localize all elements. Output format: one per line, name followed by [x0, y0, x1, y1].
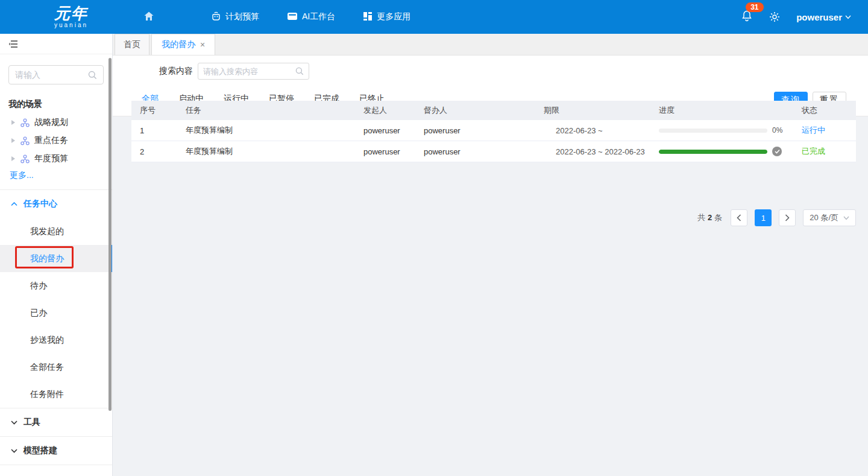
- sidebar-item-all-tasks[interactable]: 全部任务: [0, 354, 112, 381]
- scene-item-label: 年度预算: [34, 153, 68, 164]
- top-nav: 计划预算 AI工作台 更多应用: [143, 11, 410, 24]
- chevron-down-icon: [845, 15, 851, 19]
- brand-logo-cn: 元年: [35, 5, 107, 21]
- app-root: 元年 yuanian 计划预算 AI工作台: [0, 0, 868, 476]
- caret-right-icon: [11, 119, 16, 125]
- col-header-status: 状态: [802, 105, 856, 116]
- progress-bar-track: [659, 129, 767, 133]
- notifications-button[interactable]: 31: [741, 10, 753, 24]
- search-field[interactable]: [198, 63, 309, 80]
- cell-deadline: 2022-06-23 ~: [544, 126, 603, 135]
- menu-item-label: 待办: [30, 281, 47, 291]
- sidebar-search[interactable]: [8, 65, 104, 84]
- section-tools-label: 工具: [24, 417, 40, 428]
- cell-supervisor: poweruser: [424, 126, 544, 135]
- cell-progress: [659, 147, 802, 156]
- org-tree-icon: [20, 154, 30, 163]
- topbar: 元年 yuanian 计划预算 AI工作台: [0, 0, 868, 34]
- search-input[interactable]: [203, 67, 295, 76]
- nav-ai-workbench[interactable]: AI工作台: [287, 11, 335, 23]
- nav-home[interactable]: [143, 11, 154, 24]
- sidebar-item-my-supervision[interactable]: 我的督办: [0, 245, 112, 272]
- cell-task: 年度预算编制: [186, 125, 363, 136]
- sidebar: 我的场景 战略规划 重点任务 年度预算 更多... 任务中心: [0, 34, 113, 476]
- caret-right-icon: [11, 156, 16, 162]
- org-tree-icon: [20, 136, 30, 145]
- cell-initiator: poweruser: [363, 126, 424, 135]
- page-size-value: 20 条/页: [810, 212, 838, 223]
- page-size-select[interactable]: 20 条/页: [803, 209, 856, 226]
- tab-my-supervision-label: 我的督办: [162, 39, 195, 50]
- nav-more-apps-label: 更多应用: [377, 11, 410, 22]
- sidebar-item-cc-to-me[interactable]: 抄送我的: [0, 326, 112, 354]
- chevron-down-icon: [843, 216, 849, 220]
- col-header-initiator: 发起人: [363, 105, 424, 116]
- scene-item-key-tasks[interactable]: 重点任务: [0, 132, 112, 150]
- sidebar-collapse-row: [0, 34, 112, 54]
- nav-more-apps[interactable]: 更多应用: [363, 11, 410, 23]
- cell-supervisor: poweruser: [424, 147, 544, 156]
- gear-icon: [769, 11, 781, 23]
- status-link[interactable]: 已完成: [802, 147, 825, 156]
- menu-item-label: 已办: [30, 308, 47, 319]
- total-suffix: 条: [714, 213, 722, 222]
- tab-close-icon[interactable]: ×: [200, 40, 205, 49]
- section-tools[interactable]: 工具: [0, 408, 112, 436]
- menu-item-label: 抄送我的: [30, 335, 64, 346]
- tab-home-label: 首页: [124, 39, 140, 50]
- scene-item-strategic-planning[interactable]: 战略规划: [0, 113, 112, 132]
- prev-page-button[interactable]: [731, 209, 747, 226]
- budget-icon: [211, 11, 221, 23]
- menu-item-label: 我发起的: [30, 226, 64, 237]
- menu-item-label: 全部任务: [30, 362, 64, 373]
- scene-item-annual-budget[interactable]: 年度预算: [0, 150, 112, 168]
- table-header: 序号 任务 发起人 督办人 期限 进度 状态: [131, 101, 856, 120]
- menu-fold-icon[interactable]: [8, 40, 18, 48]
- nav-planning-budget[interactable]: 计划预算: [211, 11, 259, 23]
- user-menu[interactable]: poweruser: [796, 12, 851, 22]
- cell-initiator: poweruser: [363, 147, 424, 156]
- menu-item-label: 任务附件: [30, 389, 64, 400]
- status-link[interactable]: 运行中: [802, 125, 825, 135]
- chevron-down-icon: [11, 449, 17, 453]
- menu-item-label: 我的督办: [30, 253, 64, 264]
- section-model-building[interactable]: 模型搭建: [0, 437, 112, 465]
- sidebar-scrollbar[interactable]: [108, 58, 112, 411]
- sidebar-item-initiated-by-me[interactable]: 我发起的: [0, 218, 112, 245]
- brand-logo[interactable]: 元年 yuanian: [35, 5, 107, 28]
- my-scenes-title: 我的场景: [8, 99, 112, 110]
- tab-my-supervision[interactable]: 我的督办 ×: [151, 34, 215, 55]
- chevron-right-icon: [785, 214, 790, 221]
- sidebar-search-input[interactable]: [15, 70, 88, 80]
- page-number-button[interactable]: 1: [755, 209, 772, 226]
- table-row[interactable]: 2 年度预算编制 poweruser poweruser 2022-06-23 …: [131, 141, 856, 162]
- section-task-center[interactable]: 任务中心: [0, 190, 112, 218]
- notification-badge: 31: [746, 2, 763, 12]
- sidebar-divider: [0, 465, 112, 465]
- next-page-button[interactable]: [779, 209, 796, 226]
- caret-right-icon: [11, 138, 16, 144]
- cell-deadline: 2022-06-23 ~ 2022-06-23: [544, 147, 645, 156]
- search-icon: [88, 71, 97, 80]
- cell-task: 年度预算编制: [186, 146, 363, 157]
- chevron-down-icon: [11, 420, 17, 425]
- scenes-more-link[interactable]: 更多...: [10, 170, 112, 181]
- apps-grid-icon: [363, 11, 373, 23]
- chevron-up-icon: [11, 202, 17, 206]
- table-row[interactable]: 1 年度预算编制 poweruser poweruser 2022-06-23 …: [131, 120, 856, 141]
- main-content: 首页 我的督办 × 搜索内容 全部 启动中 运行中 已暂停 已完成 已: [113, 34, 868, 476]
- total-count: 2: [705, 213, 714, 222]
- section-task-center-label: 任务中心: [24, 198, 57, 209]
- col-header-supervisor: 督办人: [424, 105, 544, 116]
- progress-bar-fill: [659, 150, 767, 154]
- sidebar-item-task-attachments[interactable]: 任务附件: [0, 381, 112, 408]
- sidebar-item-todo[interactable]: 待办: [0, 272, 112, 299]
- settings-button[interactable]: [769, 11, 781, 23]
- section-auxiliary-config[interactable]: 辅助配置: [0, 470, 112, 476]
- progress-percent-label: 0%: [772, 126, 782, 135]
- tab-home[interactable]: 首页: [115, 34, 149, 55]
- ai-workbench-icon: [287, 11, 298, 23]
- org-tree-icon: [20, 118, 30, 127]
- tab-strip: 首页 我的督办 ×: [113, 34, 868, 56]
- sidebar-item-done[interactable]: 已办: [0, 299, 112, 326]
